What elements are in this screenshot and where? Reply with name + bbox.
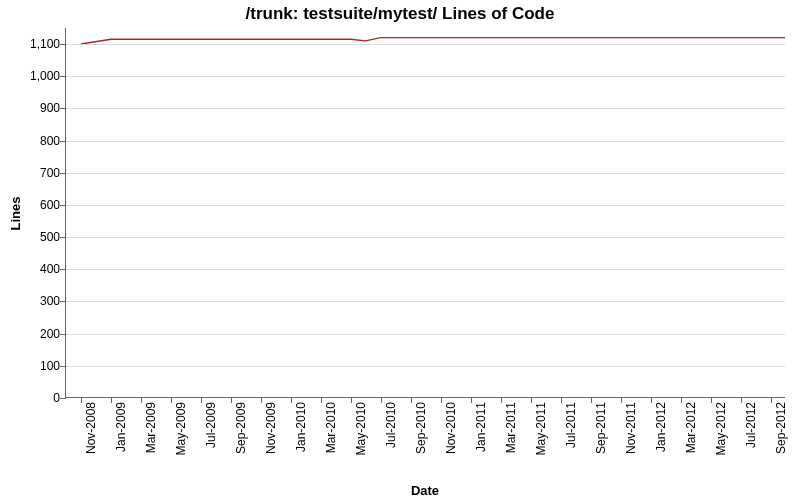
y-tick-label: 600 — [10, 198, 60, 212]
x-tick-label: Nov-2010 — [444, 402, 458, 454]
chart-container: /trunk: testsuite/mytest/ Lines of Code … — [0, 0, 800, 500]
x-tick — [681, 397, 682, 403]
y-tick-label: 900 — [10, 101, 60, 115]
y-tick-label: 800 — [10, 134, 60, 148]
y-axis-label: Lines — [8, 28, 24, 398]
y-tick — [60, 366, 66, 367]
x-tick-label: Jul-2011 — [564, 402, 578, 448]
y-tick — [60, 44, 66, 45]
x-tick — [111, 397, 112, 403]
y-tick — [60, 269, 66, 270]
grid-line — [66, 334, 785, 335]
grid-line — [66, 108, 785, 109]
x-tick-label: Sep-2009 — [234, 402, 248, 454]
x-tick — [591, 397, 592, 403]
x-axis-label: Date — [65, 483, 785, 498]
y-tick-label: 500 — [10, 230, 60, 244]
grid-line — [66, 366, 785, 367]
x-tick — [651, 397, 652, 403]
y-tick — [60, 141, 66, 142]
x-tick — [741, 397, 742, 403]
x-tick-label: Sep-2011 — [594, 402, 608, 454]
y-tick — [60, 76, 66, 77]
chart-title: /trunk: testsuite/mytest/ Lines of Code — [0, 4, 800, 24]
x-tick-label: Nov-2009 — [264, 402, 278, 454]
data-line — [66, 28, 785, 397]
y-tick-label: 300 — [10, 294, 60, 308]
y-tick-label: 0 — [10, 391, 60, 405]
x-tick-label: Jan-2012 — [654, 402, 668, 452]
x-tick — [471, 397, 472, 403]
x-tick-label: Jul-2009 — [204, 402, 218, 448]
grid-line — [66, 141, 785, 142]
grid-line — [66, 173, 785, 174]
x-tick — [291, 397, 292, 403]
y-tick — [60, 398, 66, 399]
x-tick — [171, 397, 172, 403]
x-tick — [141, 397, 142, 403]
x-tick — [441, 397, 442, 403]
x-tick — [561, 397, 562, 403]
grid-line — [66, 269, 785, 270]
plot-area — [65, 28, 785, 398]
y-tick — [60, 334, 66, 335]
y-tick — [60, 237, 66, 238]
y-tick-label: 1,000 — [10, 69, 60, 83]
x-tick — [351, 397, 352, 403]
x-tick — [711, 397, 712, 403]
x-tick-label: Sep-2012 — [774, 402, 788, 454]
x-tick-label: May-2009 — [174, 402, 188, 455]
y-tick-label: 700 — [10, 166, 60, 180]
x-tick — [201, 397, 202, 403]
y-tick — [60, 173, 66, 174]
x-tick — [381, 397, 382, 403]
x-tick — [411, 397, 412, 403]
y-tick-label: 1,100 — [10, 37, 60, 51]
x-tick-label: Mar-2010 — [324, 402, 338, 453]
x-tick — [621, 397, 622, 403]
x-tick-label: Jan-2009 — [114, 402, 128, 452]
y-tick — [60, 108, 66, 109]
y-tick-label: 200 — [10, 327, 60, 341]
x-tick-label: Mar-2012 — [684, 402, 698, 453]
grid-line — [66, 44, 785, 45]
x-tick — [321, 397, 322, 403]
x-tick — [771, 397, 772, 403]
x-tick-label: May-2012 — [714, 402, 728, 455]
x-tick-label: Mar-2011 — [504, 402, 518, 453]
grid-line — [66, 301, 785, 302]
x-tick-label: Nov-2011 — [624, 402, 638, 454]
y-tick-label: 100 — [10, 359, 60, 373]
x-tick-label: Jan-2010 — [294, 402, 308, 452]
x-tick — [501, 397, 502, 403]
x-tick-label: Jul-2012 — [744, 402, 758, 448]
grid-line — [66, 237, 785, 238]
x-tick — [531, 397, 532, 403]
grid-line — [66, 205, 785, 206]
grid-line — [66, 76, 785, 77]
x-tick-label: Nov-2008 — [84, 402, 98, 454]
y-tick — [60, 301, 66, 302]
x-tick-label: Jan-2011 — [474, 402, 488, 452]
x-tick-label: Sep-2010 — [414, 402, 428, 454]
x-tick-label: May-2011 — [534, 402, 548, 455]
x-tick-label: Jul-2010 — [384, 402, 398, 448]
x-tick-label: May-2010 — [354, 402, 368, 455]
x-tick-label: Mar-2009 — [144, 402, 158, 453]
x-tick — [261, 397, 262, 403]
y-tick-label: 400 — [10, 262, 60, 276]
y-tick — [60, 205, 66, 206]
x-tick — [231, 397, 232, 403]
x-tick — [81, 397, 82, 403]
